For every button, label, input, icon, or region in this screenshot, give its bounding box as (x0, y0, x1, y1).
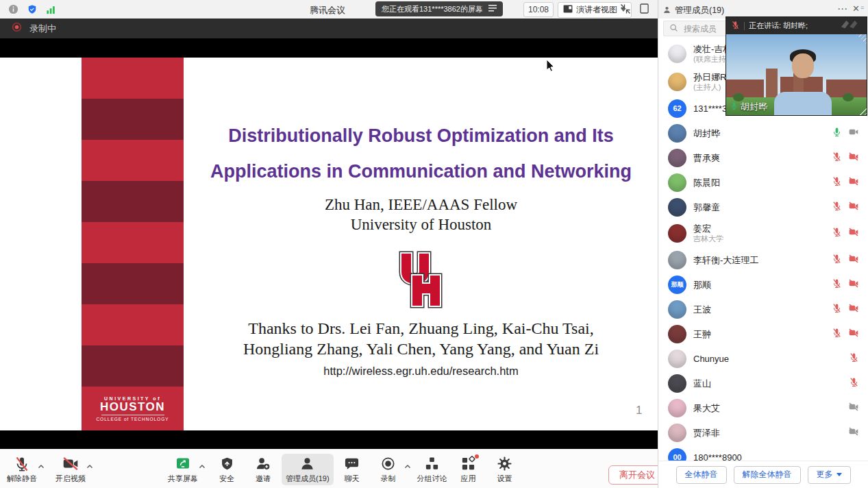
camera-off-icon (848, 254, 859, 267)
panel-title: 管理成员(19) (675, 5, 724, 16)
info-icon[interactable] (8, 4, 18, 17)
banner-stripe (82, 345, 184, 387)
toolbar-button-record[interactable]: 录制 (373, 455, 404, 484)
chevron-up-icon[interactable] (199, 460, 206, 472)
toolbar-label: 录制 (381, 474, 396, 484)
toolbar-button-breakout[interactable]: 分组讨论 (417, 455, 447, 484)
camera-on-icon (848, 127, 859, 140)
toolbar-unit-breakout: 分组讨论 (417, 455, 447, 484)
participant-row[interactable]: 贾泽非 (658, 420, 868, 445)
toolbar-button-share-screen[interactable]: 共享屏幕 (168, 455, 198, 484)
participant-row[interactable]: 果大艾 (658, 395, 868, 420)
toolbar-button-mic-off[interactable]: 解除静音 (7, 455, 37, 484)
toolbar-button-members[interactable]: 管理成员(19) (282, 454, 334, 485)
sidebar-frame-icon[interactable] (640, 3, 649, 16)
participant-status (832, 176, 859, 189)
camera-off-icon (848, 201, 859, 214)
slide-thanks-line2: Hongliang Zhang, Yali Chen, Yang Yang, a… (184, 339, 658, 359)
toolbar-label: 应用 (461, 474, 476, 484)
network-signal-icon[interactable] (46, 5, 56, 17)
close-panel-icon[interactable]: ✕ (852, 2, 860, 16)
participant-name: Chunyue (693, 354, 842, 364)
participant-name-block: 曹承爽 (693, 153, 825, 163)
resize-handle[interactable] (856, 34, 867, 45)
share-screen-icon (175, 455, 191, 472)
chevron-up-icon[interactable] (404, 460, 411, 472)
members-person-icon (662, 5, 671, 17)
toolbar-label: 设置 (497, 474, 512, 484)
divider (101, 415, 164, 415)
participant-status (832, 278, 859, 291)
mic-muted-icon (832, 176, 842, 189)
meeting-logo-icon (839, 19, 862, 32)
security-shield-icon[interactable] (27, 4, 37, 17)
uh-university-big: HOUSTON (100, 401, 165, 413)
panel-divider (658, 0, 658, 19)
toolbar-unit-cam-off: 开启视频 (55, 455, 93, 484)
participant-name-block: 陈晨阳 (693, 178, 825, 188)
participant-row[interactable]: 郭馨童 (658, 195, 868, 219)
participant-row[interactable]: 李轩衡-大连理工 (658, 247, 868, 272)
drag-grip-icon[interactable]: ≡ (860, 4, 864, 11)
participant-name: 蓝山 (693, 378, 842, 389)
letterbox-bottom (0, 430, 658, 449)
participant-row[interactable]: 蓝山 (658, 371, 868, 395)
speaker-video-window[interactable]: 正在讲话: 胡封晔; 胡封晔 (726, 17, 867, 115)
toolbar-label: 共享屏幕 (168, 474, 198, 484)
toolbar-button-shield[interactable]: 安全 (212, 455, 242, 484)
panel-footer-button[interactable]: 解除全体静音 (734, 466, 801, 484)
camera-off-icon (848, 151, 859, 164)
participant-row[interactable]: 姜宏吉林大学 (658, 219, 868, 247)
toolbar-button-chat[interactable]: 聊天 (337, 455, 367, 484)
participant-avatar (668, 399, 686, 417)
more-options-icon[interactable]: ⋯ (837, 2, 847, 16)
toolbar-button-cam-off[interactable]: 开启视频 (55, 455, 86, 484)
chevron-up-icon[interactable] (38, 460, 45, 472)
slide-affiliation: University of Houston (184, 215, 658, 234)
participant-avatar (668, 424, 686, 442)
uh-logo (389, 251, 449, 311)
toolbar-button-apps[interactable]: 应用 (454, 455, 484, 484)
record-icon (380, 455, 396, 472)
panel-footer-button[interactable]: 全体静音 (676, 466, 727, 484)
mic-muted-icon (832, 328, 842, 341)
participant-row[interactable]: 陈晨阳 (658, 170, 868, 195)
participant-row[interactable]: Chunyue (658, 346, 868, 371)
uh-college: COLLEGE of TECHNOLOGY (96, 417, 169, 422)
camera-off-icon (848, 278, 859, 291)
slide-thanks-line1: Thanks to Drs. Lei Fan, Zhuang Ling, Kai… (184, 318, 658, 339)
toolbar-button-settings[interactable]: 设置 (490, 455, 520, 484)
mic-on-icon (832, 127, 842, 140)
participant-row[interactable]: 王波 (658, 297, 868, 321)
participant-avatar (668, 73, 686, 91)
mic-muted-icon (832, 151, 842, 164)
chevron-up-icon[interactable] (86, 460, 93, 472)
uh-wordmark: UNIVERSITY ofHOUSTONCOLLEGE of TECHNOLOG… (82, 387, 184, 430)
recording-status-bar: 录制中 (0, 19, 669, 38)
slide-author-block: Zhu Han, IEEE/AAAS Fellow University of … (184, 195, 658, 234)
panel-footer-button[interactable]: 更多 (808, 466, 851, 484)
slide-title: Distributionally Robust Optimization and… (184, 118, 658, 189)
shield-icon (220, 455, 234, 472)
participant-row[interactable]: 那顺那顺 (658, 272, 868, 297)
participant-status (848, 402, 859, 415)
invite-icon (255, 455, 271, 472)
meeting-toolbar: 解除静音开启视频 共享屏幕安全邀请管理成员(19)聊天录制分组讨论应用设置 离开… (0, 449, 658, 488)
participant-name: 贾泽非 (693, 428, 841, 438)
participant-name-block: 那顺 (693, 280, 825, 290)
divider (744, 22, 745, 30)
chat-icon (344, 455, 360, 472)
exit-fullscreen-icon[interactable] (620, 3, 631, 17)
mic-off-icon (14, 455, 30, 472)
recording-label: 录制中 (29, 23, 56, 35)
participant-row[interactable]: 曹承爽 (658, 145, 868, 170)
list-icon[interactable] (488, 5, 497, 13)
app-title: 腾讯会议 (310, 4, 345, 16)
toolbar-button-invite[interactable]: 邀请 (248, 455, 278, 484)
participant-name: 李轩衡-大连理工 (693, 255, 825, 265)
toolbar-label: 聊天 (345, 474, 360, 484)
participant-row[interactable]: 王翀 (658, 321, 868, 346)
participant-row[interactable]: 00180****8900 (658, 445, 868, 461)
watching-screen-notice: 您正在观看131****3862的屏幕 (375, 1, 503, 16)
participant-row[interactable]: 胡封晔 (658, 121, 868, 145)
